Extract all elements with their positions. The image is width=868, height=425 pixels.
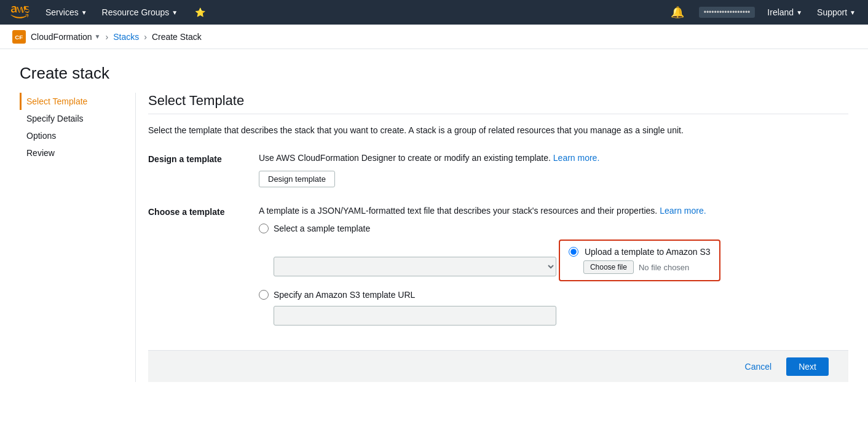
support-menu[interactable]: Support ▼ <box>815 7 858 17</box>
design-template-row: Design a template Use AWS CloudFormation… <box>148 152 848 187</box>
favorites-star-icon[interactable]: ⭐ <box>192 7 208 17</box>
services-chevron-icon: ▼ <box>81 9 87 16</box>
resource-groups-chevron-icon: ▼ <box>172 9 178 16</box>
choose-template-label: Choose a template <box>148 205 259 217</box>
upload-template-radio[interactable] <box>569 247 578 257</box>
services-menu[interactable]: Services ▼ <box>43 7 90 17</box>
sidebar-item-options[interactable]: Options <box>20 127 123 144</box>
main-content: Select Template Select the template that… <box>135 93 868 382</box>
services-label: Services <box>45 7 79 17</box>
main-container: Create stack Select Template Specify Det… <box>0 49 868 425</box>
section-title: Select Template <box>148 93 848 109</box>
upload-template-option[interactable]: Upload a template to Amazon S3 <box>569 247 711 257</box>
sample-template-select[interactable] <box>274 257 556 276</box>
support-label: Support <box>817 7 847 17</box>
design-template-description: Use AWS CloudFormation Designer to creat… <box>259 152 848 165</box>
cloudformation-chevron-icon: ▼ <box>95 33 101 40</box>
sample-template-radio[interactable] <box>259 224 269 233</box>
s3-url-option[interactable]: Specify an Amazon S3 template URL <box>259 290 848 300</box>
breadcrumb-sep-1: › <box>106 32 109 42</box>
sidebar-item-review[interactable]: Review <box>20 144 123 162</box>
section-divider <box>148 114 848 114</box>
breadcrumb-current: Create Stack <box>152 32 202 42</box>
resource-groups-menu[interactable]: Resource Groups ▼ <box>100 7 181 17</box>
s3-url-input[interactable] <box>274 306 556 326</box>
resource-groups-label: Resource Groups <box>102 7 170 17</box>
breadcrumb-bar: CF CloudFormation ▼ › Stacks › Create St… <box>0 25 868 49</box>
choose-file-button[interactable]: Choose file <box>583 260 634 274</box>
section-description: Select the template that describes the s… <box>148 124 848 137</box>
file-input-area: Choose file No file chosen <box>583 260 711 274</box>
region-label: Ireland <box>767 7 794 17</box>
bell-icon[interactable]: 🔔 <box>668 6 687 19</box>
sample-template-label[interactable]: Select a sample template <box>274 224 370 233</box>
sample-template-option[interactable]: Select a sample template <box>259 224 848 233</box>
next-button[interactable]: Next <box>786 357 829 376</box>
design-learn-more-link[interactable]: Learn more. <box>553 153 599 163</box>
s3-url-label[interactable]: Specify an Amazon S3 template URL <box>274 290 415 300</box>
page-title: Create stack <box>0 49 868 93</box>
aws-logo <box>10 5 33 20</box>
choose-learn-more-link[interactable]: Learn more. <box>660 206 706 216</box>
account-id: •••••••••••••••••• <box>699 7 756 18</box>
upload-template-highlighted: Upload a template to Amazon S3 Choose fi… <box>559 240 720 281</box>
sidebar-item-specify-details[interactable]: Specify Details <box>20 110 123 127</box>
breadcrumb-sep-2: › <box>144 32 147 42</box>
choose-template-content: A template is a JSON/YAML-formatted text… <box>259 205 848 326</box>
choose-template-row: Choose a template A template is a JSON/Y… <box>148 205 848 326</box>
region-menu[interactable]: Ireland ▼ <box>765 7 805 17</box>
design-template-label: Design a template <box>148 152 259 164</box>
support-chevron-icon: ▼ <box>850 9 856 16</box>
s3-url-radio[interactable] <box>259 290 269 300</box>
stacks-link[interactable]: Stacks <box>113 32 139 42</box>
top-nav: Services ▼ Resource Groups ▼ ⭐ 🔔 •••••••… <box>0 0 868 25</box>
cloudformation-service-name[interactable]: CloudFormation ▼ <box>31 32 101 42</box>
cloudformation-icon: CF <box>12 30 26 44</box>
svg-text:CF: CF <box>15 33 23 40</box>
upload-template-label[interactable]: Upload a template to Amazon S3 <box>585 247 711 257</box>
choose-template-description: A template is a JSON/YAML-formatted text… <box>259 205 848 217</box>
cancel-button[interactable]: Cancel <box>738 358 779 375</box>
sidebar-item-select-template[interactable]: Select Template <box>20 93 123 110</box>
design-template-content: Use AWS CloudFormation Designer to creat… <box>259 152 848 187</box>
no-file-text: No file chosen <box>639 263 689 272</box>
bottom-bar: Cancel Next <box>148 350 848 382</box>
sidebar: Select Template Specify Details Options … <box>0 93 135 382</box>
design-template-button[interactable]: Design template <box>259 171 335 187</box>
region-chevron-icon: ▼ <box>796 9 802 16</box>
